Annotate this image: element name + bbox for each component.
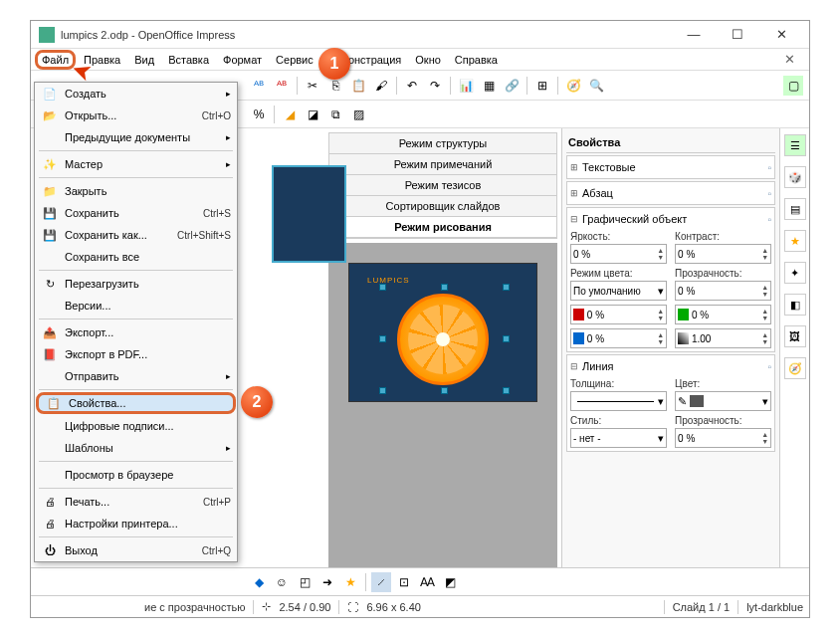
spellcheck-icon[interactable]: ᴬᴮ — [249, 76, 269, 96]
deck-gallery-icon[interactable]: 🖼 — [784, 325, 806, 347]
menu-signatures[interactable]: Цифровые подписи... — [35, 415, 237, 437]
shape-star-icon[interactable]: ★ — [340, 572, 360, 592]
menu-window[interactable]: Окно — [409, 52, 447, 68]
maximize-button[interactable]: ☐ — [718, 25, 757, 45]
deck-navigator-icon[interactable]: 🧭 — [784, 357, 806, 379]
deck-star-icon[interactable]: ★ — [784, 230, 806, 252]
sidebar-toggle-icon[interactable]: ▢ — [783, 76, 803, 96]
shape-smiley-icon[interactable]: ☺ — [272, 572, 292, 592]
autospell-icon[interactable]: ᴬᴮ — [272, 76, 292, 96]
statusbar: ие с прозрачностью ⊹ 2.54 / 0.90 ⛶ 6.96 … — [31, 595, 809, 617]
menu-saveas[interactable]: 💾Сохранить как...Ctrl+Shift+S — [35, 224, 237, 246]
menu-reload[interactable]: ↻Перезагрузить — [35, 273, 237, 295]
filter-icon[interactable]: ▨ — [348, 105, 368, 124]
red-input[interactable]: ▲▼ — [570, 305, 667, 324]
selection-handle[interactable] — [441, 284, 448, 291]
extrude-icon[interactable]: ◩ — [440, 572, 460, 592]
menu-new[interactable]: 📄Создать — [35, 83, 237, 105]
tab-handout[interactable]: Режим тезисов — [329, 175, 556, 196]
canvas[interactable]: LUMPICS — [328, 243, 557, 567]
menu-print[interactable]: 🖨Печать...Ctrl+P — [35, 491, 237, 513]
transparency-input[interactable]: ▲▼ — [675, 281, 771, 301]
paste-icon[interactable]: 📋 — [348, 76, 368, 96]
menu-saveall[interactable]: Сохранить все — [35, 246, 237, 268]
line-style-select[interactable]: ▾ — [570, 428, 667, 448]
deck-cube-icon[interactable]: 🎲 — [784, 166, 806, 188]
line-color-select[interactable]: ✎▾ — [675, 391, 771, 411]
selection-handle[interactable] — [503, 335, 510, 342]
nav-icon[interactable]: 🧭 — [563, 76, 583, 96]
deck-transition-icon[interactable]: ◧ — [784, 294, 806, 316]
orange-graphic[interactable] — [397, 294, 489, 385]
menu-templates[interactable]: Шаблоны — [35, 437, 237, 459]
fontwork-icon[interactable]: Ꜳ — [417, 572, 437, 592]
menu-versions[interactable]: Версии... — [35, 295, 237, 317]
deck-animation-icon[interactable]: ✦ — [784, 262, 806, 284]
percent-field[interactable]: % — [249, 105, 269, 124]
menu-format[interactable]: Формат — [217, 52, 268, 68]
table-icon[interactable]: ▦ — [479, 76, 499, 96]
menu-send[interactable]: Отправить — [35, 365, 237, 387]
section-text[interactable]: ⊞Текстовые▫ — [566, 155, 775, 179]
chart-icon[interactable]: 📊 — [456, 76, 476, 96]
blue-input[interactable]: ▲▼ — [570, 328, 667, 348]
selection-handle[interactable] — [503, 284, 510, 291]
hyperlink-icon[interactable]: 🔗 — [502, 76, 522, 96]
brush-icon[interactable]: 🖌 — [371, 76, 391, 96]
menu-help[interactable]: Справка — [449, 52, 504, 68]
deck-master-icon[interactable]: ▤ — [784, 198, 806, 220]
fill-icon[interactable]: ◢ — [280, 105, 300, 124]
minimize-button[interactable]: — — [674, 25, 714, 45]
tab-notes[interactable]: Режим примечаний — [329, 154, 556, 175]
glue-icon[interactable]: ⊡ — [394, 572, 414, 592]
menu-wizard[interactable]: ✨Мастер — [35, 153, 237, 175]
menu-printer-settings[interactable]: 🖨Настройки принтера... — [35, 513, 237, 534]
contrast-input[interactable]: ▲▼ — [675, 244, 771, 264]
redo-icon[interactable]: ↷ — [425, 76, 445, 96]
shape-arrow-icon[interactable]: ➜ — [317, 572, 337, 592]
zoom-icon[interactable]: 🔍 — [586, 76, 606, 96]
tab-outline[interactable]: Режим структуры — [329, 133, 556, 154]
slide-thumbnail[interactable] — [272, 165, 346, 263]
menu-export[interactable]: 📤Экспорт... — [35, 321, 237, 343]
menu-insert[interactable]: Вставка — [162, 52, 215, 68]
selection-handle[interactable] — [379, 284, 386, 291]
menu-save[interactable]: 💾СохранитьCtrl+S — [35, 202, 237, 224]
brightness-input[interactable]: ▲▼ — [570, 244, 667, 264]
slide[interactable]: LUMPICS — [348, 263, 537, 402]
selection-handle[interactable] — [441, 387, 448, 394]
grid-icon[interactable]: ⊞ — [532, 76, 552, 96]
selection-handle[interactable] — [379, 335, 386, 342]
close-button[interactable]: ✕ — [761, 25, 801, 45]
menu-tools[interactable]: Сервис — [270, 52, 319, 68]
selection-handle[interactable] — [503, 387, 510, 394]
tab-drawing[interactable]: Режим рисования — [329, 217, 556, 238]
colormode-select[interactable]: ▾ — [570, 281, 667, 301]
selection-handle[interactable] — [379, 387, 386, 394]
deck-properties-icon[interactable]: ☰ — [784, 134, 806, 156]
points-icon[interactable]: ⟋ — [371, 572, 391, 592]
section-paragraph[interactable]: ⊞Абзац▫ — [566, 181, 775, 205]
menu-preview[interactable]: Просмотр в браузере — [35, 464, 237, 486]
shape-block-icon[interactable]: ◰ — [295, 572, 315, 592]
menu-close[interactable]: 📁Закрыть — [35, 180, 237, 202]
menu-open[interactable]: 📂Открыть...Ctrl+O — [35, 105, 237, 126]
cut-icon[interactable]: ✂ — [303, 76, 322, 96]
menu-view[interactable]: Вид — [128, 52, 160, 68]
menu-recent[interactable]: Предыдущие документы — [35, 126, 237, 148]
close-doc-button[interactable]: ✕ — [778, 50, 801, 69]
menu-exit[interactable]: ⏻ВыходCtrl+Q — [35, 539, 237, 561]
file-dropdown: 📄Создать 📂Открыть...Ctrl+O Предыдущие до… — [34, 82, 238, 562]
menu-file[interactable]: Файл — [35, 50, 76, 70]
thickness-select[interactable]: ▾ — [570, 391, 667, 411]
menu-properties[interactable]: 📋Свойства... — [36, 392, 236, 414]
shadow-icon[interactable]: ◪ — [303, 105, 322, 124]
shape-diamond-icon[interactable]: ◆ — [249, 572, 269, 592]
crop-icon[interactable]: ⧉ — [325, 105, 345, 124]
undo-icon[interactable]: ↶ — [402, 76, 422, 96]
menu-export-pdf[interactable]: 📕Экспорт в PDF... — [35, 343, 237, 365]
line-transp-input[interactable]: ▲▼ — [675, 428, 771, 448]
green-input[interactable]: ▲▼ — [675, 305, 771, 324]
tab-sorter[interactable]: Сортировщик слайдов — [329, 196, 556, 217]
gamma-input[interactable]: ▲▼ — [675, 328, 771, 348]
